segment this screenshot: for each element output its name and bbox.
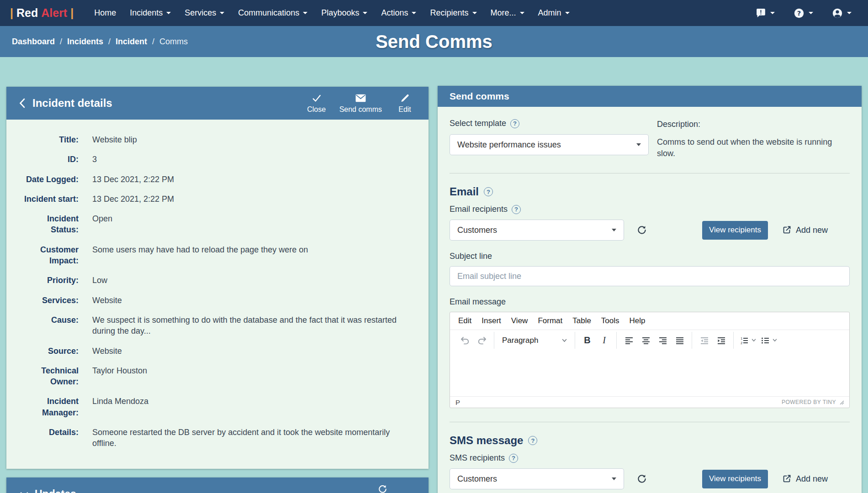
sms-add-new-button[interactable]: Add new: [782, 474, 828, 484]
bullet-list-icon: [761, 336, 770, 345]
breadcrumb-dashboard[interactable]: Dashboard: [12, 37, 55, 47]
account-menu[interactable]: [831, 7, 852, 19]
redo-button[interactable]: [474, 332, 490, 348]
help-icon[interactable]: ?: [509, 454, 518, 463]
chevron-down-icon: [752, 339, 756, 342]
template-select[interactable]: Website performance issues: [450, 134, 649, 155]
app-logo[interactable]: | Red Alert |: [10, 6, 74, 20]
nav-item-actions[interactable]: Actions: [374, 8, 423, 18]
incident-header-actions: Close Send comms Edit: [305, 93, 417, 114]
updates-panel: Updates Add Update: [6, 477, 429, 493]
email-add-new-button[interactable]: Add new: [782, 225, 828, 235]
help-icon[interactable]: ?: [512, 205, 521, 214]
field-row-services: Services: Website: [22, 295, 413, 306]
template-row: Select template ? Website performance is…: [450, 119, 850, 159]
numbered-list-icon: 12: [740, 336, 749, 345]
editor-menu-insert[interactable]: Insert: [477, 315, 506, 327]
box-arrow-icon: [782, 474, 792, 484]
box-arrow-icon: [782, 225, 792, 235]
field-row-incident-start: Incident start: 13 Dec 2021, 2:22 PM: [22, 194, 413, 205]
nav-item-admin[interactable]: Admin: [531, 8, 577, 18]
email-recipients-select[interactable]: Customers: [450, 220, 624, 241]
sms-section-heading: SMS message ?: [450, 434, 850, 447]
align-right-button[interactable]: [655, 332, 671, 348]
indent-button[interactable]: [713, 332, 729, 348]
email-recipients-refresh-button[interactable]: [634, 222, 650, 238]
updates-panel-toggle[interactable]: Updates: [20, 488, 76, 493]
undo-button[interactable]: [457, 332, 473, 348]
nav-item-playbooks[interactable]: Playbooks: [314, 8, 374, 18]
editor-menu-format[interactable]: Format: [533, 315, 567, 327]
history-refresh-icon: [377, 484, 388, 493]
paragraph-style-dropdown[interactable]: Paragraph: [498, 332, 571, 348]
incident-details-back[interactable]: Incident details: [18, 97, 112, 110]
chevron-down-icon: [472, 12, 477, 14]
chevron-down-icon: [303, 12, 307, 14]
help-menu[interactable]: ?: [793, 7, 813, 19]
feedback-menu[interactable]: [755, 7, 775, 19]
send-comms-button[interactable]: Send comms: [339, 93, 382, 114]
chevron-down-icon: [809, 12, 813, 14]
send-comms-body: Select template ? Website performance is…: [438, 107, 862, 493]
outdent-button[interactable]: [696, 332, 712, 348]
help-icon[interactable]: ?: [510, 119, 519, 128]
incident-details-card: Incident details Close Send comms: [6, 87, 429, 469]
send-comms-title: Send comms: [450, 91, 509, 102]
nav-item-more[interactable]: More...: [484, 8, 531, 18]
email-message-label: Email message: [450, 297, 850, 307]
feedback-icon: [755, 7, 767, 19]
italic-button[interactable]: I: [596, 332, 612, 348]
field-row-cause: Cause: We suspect it is something to do …: [22, 315, 413, 337]
nav-item-services[interactable]: Services: [178, 8, 231, 18]
sms-recipients-select[interactable]: Customers: [450, 468, 624, 489]
chevron-down-icon: [770, 12, 775, 14]
breadcrumb-comms: Comms: [159, 37, 188, 47]
editor-menu-help[interactable]: Help: [625, 315, 650, 327]
sms-recipients-refresh-button[interactable]: [634, 471, 650, 487]
top-navbar: | Red Alert | Home Incidents Services Co…: [0, 0, 868, 26]
indent-group: [692, 332, 733, 349]
align-center-button[interactable]: [638, 332, 654, 348]
email-subject-input[interactable]: [450, 266, 850, 286]
editor-menu-table[interactable]: Table: [568, 315, 596, 327]
incident-details-body: Title: Website blip ID: 3 Date Logged: 1…: [6, 120, 429, 469]
svg-text:?: ?: [797, 9, 801, 16]
field-row-incident-manager: Incident Manager: Linda Mendoza: [22, 396, 413, 418]
section-divider: [450, 422, 850, 422]
close-incident-button[interactable]: Close: [305, 93, 328, 114]
editor-menu-edit[interactable]: Edit: [454, 315, 476, 327]
nav-item-communications[interactable]: Communications: [231, 8, 314, 18]
chevron-down-icon: [220, 12, 224, 14]
breadcrumb-incidents[interactable]: Incidents: [67, 37, 103, 47]
chevron-down-icon: [612, 229, 616, 231]
email-view-recipients-button[interactable]: View recipients: [702, 221, 768, 240]
undo-redo-group: [453, 332, 494, 349]
breadcrumb-incident[interactable]: Incident: [116, 37, 147, 47]
add-update-button[interactable]: Add Update: [362, 484, 403, 493]
subject-line-label: Subject line: [450, 252, 850, 261]
editor-menu-tools[interactable]: Tools: [597, 315, 624, 327]
sms-view-recipients-button[interactable]: View recipients: [702, 470, 768, 488]
format-select-group: Paragraph: [494, 332, 575, 349]
editor-menu-view[interactable]: View: [507, 315, 533, 327]
resize-grip-icon[interactable]: [839, 400, 844, 404]
email-recipients-row: Customers View recipients Add new: [450, 220, 850, 241]
edit-incident-button[interactable]: Edit: [393, 93, 417, 114]
email-recipients-label: Email recipients ?: [450, 205, 850, 214]
account-icon: [831, 7, 843, 19]
justify-button[interactable]: [672, 332, 688, 348]
email-message-editable-area[interactable]: [450, 351, 849, 396]
numbered-list-button[interactable]: 12: [738, 332, 758, 348]
bullet-list-button[interactable]: [759, 332, 779, 348]
chevron-down-icon: [565, 12, 570, 14]
page-header-bar: Send Comms Dashboard / Incidents / Incid…: [0, 26, 868, 57]
bold-button[interactable]: B: [579, 332, 595, 348]
align-left-button[interactable]: [621, 332, 637, 348]
help-icon[interactable]: ?: [484, 187, 493, 196]
nav-item-recipients[interactable]: Recipients: [423, 8, 483, 18]
field-row-id: ID: 3: [22, 154, 413, 165]
nav-item-incidents[interactable]: Incidents: [123, 8, 178, 18]
field-row-source: Source: Website: [22, 346, 413, 357]
nav-item-home[interactable]: Home: [87, 8, 123, 18]
help-icon[interactable]: ?: [528, 436, 537, 445]
